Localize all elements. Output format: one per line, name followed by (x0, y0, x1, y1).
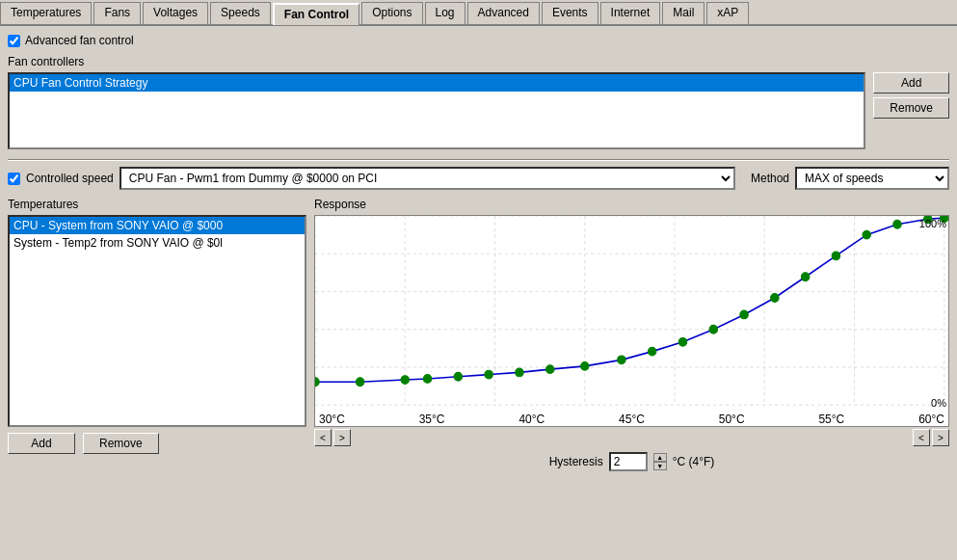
svg-point-32 (893, 220, 901, 228)
temp-item-1[interactable]: System - Temp2 from SONY VAIO @ $0l (10, 234, 305, 252)
fan-controllers-label: Fan controllers (8, 55, 949, 68)
svg-point-27 (740, 310, 748, 319)
method-label: Method (751, 172, 789, 185)
remove-temp-button[interactable]: Remove (83, 433, 159, 454)
x-label-45: 45°C (619, 413, 645, 426)
tab-log[interactable]: Log (425, 2, 465, 24)
svg-point-21 (545, 365, 553, 374)
svg-point-28 (771, 294, 779, 303)
chart-100-label: 100% (919, 218, 946, 229)
x-label-60: 60°C (918, 413, 944, 426)
fan-controller-buttons: Add Remove (873, 72, 949, 149)
chart-0-label: 0% (931, 397, 946, 409)
fan-controllers-list[interactable]: CPU Fan Control Strategy (8, 72, 865, 149)
add-fan-controller-button[interactable]: Add (873, 72, 949, 93)
response-label: Response (314, 198, 949, 211)
chart-nav-left: < > (314, 429, 351, 446)
adv-fan-control-label: Advanced fan control (25, 34, 134, 47)
hysteresis-label: Hysteresis (549, 455, 603, 468)
fan-controllers-area: CPU Fan Control Strategy Add Remove (8, 72, 949, 149)
svg-point-23 (618, 356, 625, 364)
x-label-35: 35°C (419, 413, 445, 426)
tab-speeds[interactable]: Speeds (210, 2, 271, 24)
hysteresis-up-button[interactable]: ▲ (653, 453, 667, 462)
controlled-speed-checkbox[interactable] (8, 173, 20, 185)
tab-voltages[interactable]: Voltages (143, 2, 208, 24)
chart-left-right-button[interactable]: < (913, 429, 930, 446)
svg-point-19 (485, 370, 492, 379)
main-content: Advanced fan control Fan controllers CPU… (0, 26, 957, 479)
controlled-speed-label: Controlled speed (26, 172, 114, 185)
chart-right-left-button[interactable]: > (333, 429, 351, 446)
temperatures-list[interactable]: CPU - System from SONY VAIO @ $000 Syste… (8, 215, 306, 427)
svg-point-22 (581, 362, 589, 371)
x-label-50: 50°C (719, 413, 745, 426)
temperatures-label: Temperatures (8, 198, 306, 211)
hysteresis-input[interactable] (609, 452, 648, 471)
svg-point-30 (832, 252, 839, 260)
svg-point-25 (678, 337, 686, 346)
svg-point-29 (801, 273, 809, 281)
bottom-area: Temperatures CPU - System from SONY VAIO… (8, 198, 949, 471)
remove-fan-controller-button[interactable]: Remove (873, 97, 949, 119)
temperatures-section: Temperatures CPU - System from SONY VAIO… (8, 198, 306, 471)
svg-point-18 (454, 372, 462, 381)
hysteresis-unit: °C (4°F) (673, 455, 715, 468)
hysteresis-spinner: ▲ ▼ (653, 453, 667, 470)
tab-fans[interactable]: Fans (93, 2, 141, 24)
tab-options[interactable]: Options (361, 2, 422, 24)
svg-point-17 (423, 375, 431, 384)
method-select[interactable]: MAX of speeds (795, 167, 949, 190)
adv-fan-control-checkbox[interactable] (8, 35, 20, 47)
svg-point-24 (648, 347, 655, 356)
chart-right-button[interactable]: > (932, 429, 949, 446)
x-label-30: 30°C (319, 413, 345, 426)
hysteresis-down-button[interactable]: ▼ (653, 462, 667, 470)
tab-events[interactable]: Events (542, 2, 598, 24)
tab-mail[interactable]: Mail (662, 2, 704, 24)
svg-point-26 (709, 325, 717, 333)
response-chart[interactable]: 100% 0% (314, 215, 949, 427)
response-section: Response 100% 0% (314, 198, 949, 471)
chart-nav-right: < > (913, 429, 949, 446)
tab-bar: Temperatures Fans Voltages Speeds Fan Co… (0, 0, 957, 26)
temp-item-0[interactable]: CPU - System from SONY VAIO @ $000 (10, 217, 305, 234)
svg-point-16 (401, 376, 409, 385)
fan-controller-item[interactable]: CPU Fan Control Strategy (10, 74, 864, 92)
chart-svg (315, 216, 948, 426)
temp-buttons: Add Remove (8, 433, 306, 454)
chart-left-button[interactable]: < (314, 429, 332, 446)
tab-fan-control[interactable]: Fan Control (273, 3, 359, 25)
tab-temperatures[interactable]: Temperatures (0, 2, 92, 24)
add-temp-button[interactable]: Add (8, 433, 75, 454)
tab-internet[interactable]: Internet (600, 2, 661, 24)
x-axis-labels: 30°C 35°C 40°C 45°C 50°C 55°C 60°C (315, 413, 948, 426)
adv-fan-control-row: Advanced fan control (8, 34, 949, 47)
tab-xap[interactable]: xAP (706, 2, 749, 24)
separator (8, 159, 949, 161)
svg-point-20 (516, 368, 523, 377)
x-label-55: 55°C (818, 413, 844, 426)
svg-point-15 (356, 378, 363, 387)
svg-point-14 (315, 378, 319, 387)
controlled-speed-row: Controlled speed CPU Fan - Pwm1 from Dum… (8, 167, 949, 190)
tab-advanced[interactable]: Advanced (467, 2, 540, 24)
controlled-speed-select[interactable]: CPU Fan - Pwm1 from Dummy @ $0000 on PCI (120, 167, 735, 190)
hysteresis-row: Hysteresis ▲ ▼ °C (4°F) (314, 452, 949, 471)
svg-point-31 (863, 230, 870, 239)
chart-nav-row: < > < > (314, 429, 949, 446)
x-label-40: 40°C (518, 413, 545, 426)
